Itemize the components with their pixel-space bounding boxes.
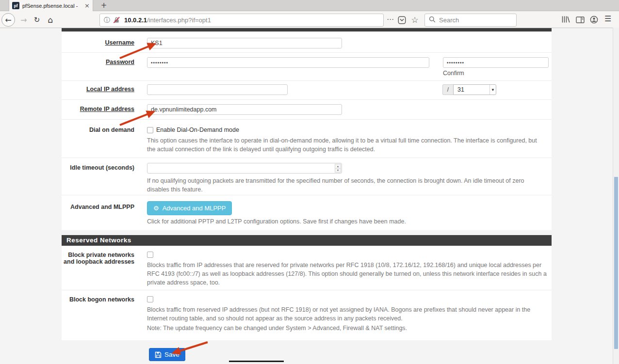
advanced-mlppp-button-label: Advanced and MLPPP — [163, 205, 226, 212]
insecure-lock-icon[interactable] — [113, 16, 120, 24]
search-icon — [429, 16, 436, 25]
block-bogon-label: Block bogon networks — [62, 296, 134, 340]
password-confirm-input[interactable] — [443, 57, 549, 68]
save-floppy-icon — [155, 351, 162, 358]
browser-tab-active[interactable]: pf pfSense.pfsense.local - × — [9, 0, 93, 11]
number-spinner[interactable]: ▲▼ — [335, 164, 341, 173]
dial-on-demand-row: Dial on demand Enable Dial-On-Demand mod… — [62, 120, 552, 158]
gear-icon: ⚙ — [153, 205, 159, 212]
advanced-mlppp-label: Advanced and MLPPP — [62, 201, 134, 230]
block-bogon-note: Note: The update frequency can be change… — [147, 324, 549, 333]
pfsense-favicon: pf — [12, 2, 19, 9]
dial-on-demand-checkbox-label: Enable Dial-On-Demand mode — [156, 127, 239, 133]
subnet-select[interactable]: 31 ▼ — [453, 84, 496, 95]
confirm-label: Confirm — [443, 70, 549, 77]
password-label: Password — [62, 57, 134, 80]
local-ip-input[interactable] — [147, 84, 288, 95]
subnet-separator: / — [442, 84, 453, 95]
block-bogon-row: Block bogon networks Blocks traffic from… — [62, 290, 552, 340]
local-ip-row: Local IP address / 31 ▼ — [62, 81, 552, 100]
library-icon[interactable] — [561, 16, 570, 23]
idle-timeout-row: Idle timeout (seconds) ▲▼ If no qualifyi… — [62, 158, 552, 195]
save-button-label: Save — [164, 351, 179, 358]
subnet-select-value: 31 — [454, 86, 489, 93]
block-private-checkbox[interactable] — [147, 252, 153, 258]
pocket-icon[interactable] — [398, 16, 406, 26]
account-icon[interactable] — [590, 16, 598, 24]
save-button[interactable]: Save — [149, 348, 185, 361]
tab-title: pfSense.pfsense.local - — [22, 3, 82, 9]
block-private-help: Blocks traffic from IP addresses that ar… — [147, 261, 549, 287]
idle-timeout-input[interactable] — [147, 163, 342, 174]
url-path: /interfaces.php?if=opt1 — [147, 16, 211, 24]
idle-timeout-help: If no qualifying outgoing packets are tr… — [147, 177, 549, 194]
bookmark-star-icon[interactable]: ☆ — [409, 13, 421, 27]
block-private-label: Block private networks and loopback addr… — [62, 252, 134, 290]
username-input[interactable] — [147, 38, 342, 48]
forward-button[interactable]: → — [17, 13, 31, 27]
search-box[interactable] — [424, 14, 517, 27]
block-bogon-checkbox[interactable] — [147, 296, 153, 302]
advanced-mlppp-row: Advanced and MLPPP ⚙ Advanced and MLPPP … — [62, 195, 552, 230]
username-label: Username — [62, 38, 134, 52]
panel-header-partial — [62, 28, 552, 32]
block-bogon-help: Blocks traffic from reserved IP addresse… — [147, 306, 549, 323]
dial-on-demand-label: Dial on demand — [62, 127, 134, 158]
home-button[interactable]: ⌂ — [44, 13, 57, 27]
footer-partial-element — [229, 361, 284, 362]
reload-button[interactable]: ↻ — [30, 13, 44, 27]
ppp-configuration-panel: Username Password Confirm Local IP addre… — [62, 32, 552, 230]
scrollbar-thumb[interactable] — [614, 177, 618, 349]
site-info-icon[interactable]: ⓘ — [104, 16, 110, 25]
search-input[interactable] — [439, 16, 502, 24]
browser-toolbar: ← → ↻ ⌂ ⓘ 10.0.2.1/interfaces.php?if=opt… — [0, 12, 619, 28]
block-private-row: Block private networks and loopback addr… — [62, 246, 552, 290]
dial-on-demand-help: This option causes the interface to oper… — [147, 137, 549, 154]
remote-ip-label: Remote IP address — [62, 104, 134, 119]
sidebar-toggle-icon[interactable] — [576, 16, 585, 23]
advanced-mlppp-help: Click for additional PPTP and L2TP confi… — [147, 218, 549, 226]
page-content: Username Password Confirm Local IP addre… — [62, 28, 552, 361]
dial-on-demand-checkbox[interactable] — [147, 127, 153, 133]
password-input[interactable] — [147, 57, 429, 68]
advanced-mlppp-button[interactable]: ⚙ Advanced and MLPPP — [147, 201, 232, 215]
menu-icon[interactable]: ☰ — [604, 14, 611, 23]
page-actions-icon[interactable]: ⋯ — [385, 14, 396, 27]
idle-timeout-label: Idle timeout (seconds) — [62, 163, 134, 195]
remote-ip-input[interactable] — [147, 104, 342, 115]
username-row: Username — [62, 32, 552, 53]
tab-close-icon[interactable]: × — [84, 2, 90, 9]
url-bar[interactable]: ⓘ 10.0.2.1/interfaces.php?if=opt1 — [99, 14, 384, 27]
reserved-networks-panel: Reserved Networks Block private networks… — [62, 235, 552, 340]
url-host: 10.0.2.1 — [124, 16, 147, 24]
chevron-down-icon: ▼ — [489, 85, 496, 95]
local-ip-label: Local IP address — [62, 84, 134, 99]
back-button[interactable]: ← — [1, 13, 15, 27]
page-scrollbar[interactable] — [613, 28, 619, 364]
new-tab-button[interactable]: + — [98, 1, 110, 11]
password-row: Password Confirm — [62, 53, 552, 81]
reserved-networks-header: Reserved Networks — [62, 235, 552, 246]
browser-tab-bar: pf pfSense.pfsense.local - × + — [0, 0, 619, 11]
remote-ip-row: Remote IP address — [62, 100, 552, 120]
